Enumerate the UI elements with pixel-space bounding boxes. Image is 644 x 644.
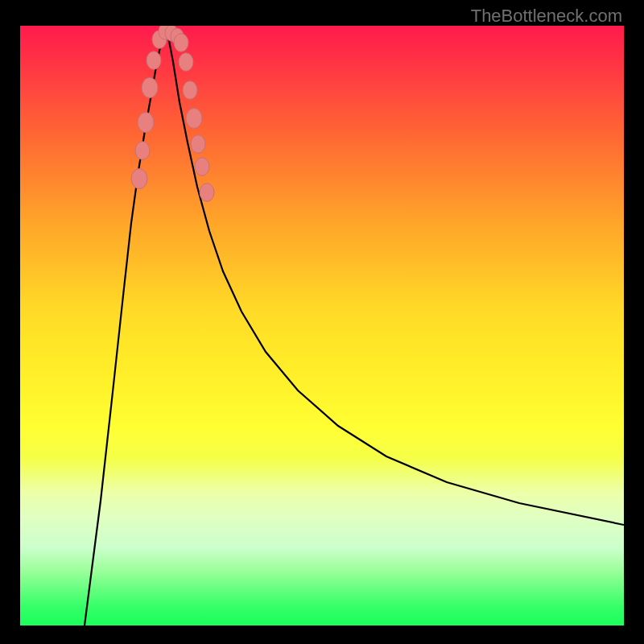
plot-area bbox=[20, 26, 624, 625]
data-point bbox=[147, 52, 161, 70]
data-point bbox=[142, 78, 158, 98]
data-point bbox=[131, 169, 147, 189]
data-point bbox=[195, 158, 209, 176]
data-points-group bbox=[131, 26, 214, 201]
chart-frame: TheBottleneck.com bbox=[0, 0, 644, 644]
data-point bbox=[138, 113, 154, 133]
data-point bbox=[191, 135, 205, 154]
data-point bbox=[174, 34, 188, 52]
watermark-text: TheBottleneck.com bbox=[471, 6, 622, 27]
data-point bbox=[135, 142, 150, 160]
data-point bbox=[186, 109, 202, 129]
data-point bbox=[183, 81, 197, 100]
data-point bbox=[200, 184, 214, 202]
curve-right bbox=[167, 32, 624, 525]
curve-svg bbox=[20, 26, 624, 625]
data-point bbox=[179, 53, 193, 72]
